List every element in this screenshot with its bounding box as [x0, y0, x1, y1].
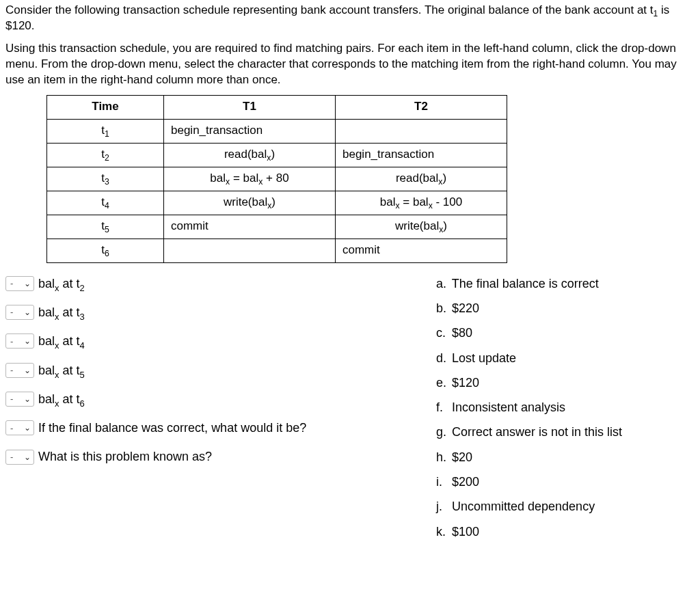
cell-t1: read(balx): [164, 143, 336, 167]
time-sub: 2: [105, 154, 109, 163]
answer-select[interactable]: - ⌄: [5, 392, 34, 407]
q-mid: at t: [59, 364, 80, 377]
op-pre: read(bal: [396, 172, 438, 185]
table-row: t3 balx = balx + 80 read(balx): [47, 167, 507, 191]
answer-letter: j.: [436, 498, 448, 515]
question-row: - ⌄ What is this problem known as?: [5, 448, 416, 465]
q-sub2: 4: [80, 340, 85, 351]
header-t2: T2: [336, 95, 507, 119]
q-pre: bal: [38, 364, 55, 377]
select-value: -: [10, 306, 13, 318]
answer-letter: g.: [436, 424, 448, 440]
cell-t1: balx = balx + 80: [164, 167, 336, 191]
answer-option: e. $120: [436, 374, 695, 391]
answer-text: Lost update: [452, 351, 516, 365]
select-value: -: [10, 451, 13, 463]
cell-t1: begin_transaction: [164, 119, 336, 143]
table-row: t5 commit write(balx): [47, 215, 507, 239]
question-label: What is this problem known as?: [38, 448, 212, 465]
questions-column: - ⌄ balx at t2 - ⌄ balx at t3: [5, 275, 416, 478]
schedule-table: Time T1 T2 t1 begin_transaction t2 read(…: [46, 95, 507, 263]
page: Consider the following transaction sched…: [0, 0, 700, 562]
chevron-down-icon: ⌄: [24, 395, 31, 403]
answer-select[interactable]: - ⌄: [5, 276, 34, 291]
cell-time: t4: [47, 191, 164, 215]
answer-text: $100: [452, 525, 479, 539]
chevron-down-icon: ⌄: [24, 337, 31, 345]
q-mid: at t: [59, 277, 80, 290]
question-row: - ⌄ balx at t4: [5, 333, 416, 349]
answer-select[interactable]: - ⌄: [5, 420, 34, 435]
question-row: - ⌄ balx at t3: [5, 304, 416, 321]
select-value: -: [10, 422, 13, 435]
header-time: Time: [47, 95, 164, 119]
time-sub: 5: [105, 226, 109, 235]
answer-select[interactable]: - ⌄: [5, 305, 34, 320]
answer-text: $200: [452, 475, 479, 489]
cell-t2: balx = balx - 100: [336, 191, 507, 215]
answer-letter: c.: [436, 325, 448, 341]
chevron-down-icon: ⌄: [24, 424, 31, 432]
cell-t1: commit: [164, 215, 336, 239]
q-sub2: 2: [80, 282, 85, 292]
chevron-down-icon: ⌄: [24, 453, 31, 461]
op-pre: bal: [380, 195, 396, 208]
time-sub: 4: [105, 202, 109, 211]
answer-option: h. $20: [436, 449, 695, 465]
answer-letter: h.: [436, 449, 448, 465]
cell-time: t2: [47, 143, 164, 167]
answer-option: d. Lost update: [436, 350, 695, 366]
answer-text: $20: [452, 450, 472, 464]
cell-time: t1: [47, 119, 164, 143]
time-sub: 1: [105, 130, 109, 139]
answer-option: k. $100: [436, 523, 695, 540]
q-pre: bal: [38, 277, 55, 290]
chevron-down-icon: ⌄: [24, 308, 31, 316]
answer-select[interactable]: - ⌄: [5, 450, 34, 465]
table-row: t4 write(balx) balx = balx - 100: [47, 191, 507, 215]
cell-time: t6: [47, 239, 164, 262]
op-pre: bal: [210, 172, 226, 185]
answer-option: g. Correct answer is not in this list: [436, 424, 695, 440]
answer-select[interactable]: - ⌄: [5, 363, 34, 378]
answer-letter: i.: [436, 474, 448, 490]
intro-paragraph-2: Using this transaction schedule, you are…: [5, 41, 695, 88]
op-pre: write(bal: [224, 195, 267, 208]
answer-letter: k.: [436, 523, 448, 540]
op-mid: = bal: [230, 172, 258, 185]
cell-t2: commit: [336, 239, 507, 262]
answer-text: $80: [452, 326, 472, 340]
chevron-down-icon: ⌄: [24, 366, 31, 374]
answer-text: Uncommitted dependency: [452, 500, 595, 513]
op-pre: read(bal: [224, 148, 267, 161]
answer-select[interactable]: - ⌄: [5, 333, 34, 349]
question-label: balx at t2: [38, 275, 85, 292]
table-row: t6 commit: [47, 239, 507, 262]
header-t1: T1: [164, 95, 336, 119]
table-header-row: Time T1 T2: [47, 95, 507, 119]
op-post: ): [442, 172, 446, 185]
answer-letter: a.: [436, 275, 448, 292]
op-post: + 80: [262, 172, 288, 185]
schedule-wrapper: Time T1 T2 t1 begin_transaction t2 read(…: [46, 95, 695, 263]
q-sub2: 3: [80, 312, 85, 322]
answer-option: j. Uncommitted dependency: [436, 498, 695, 515]
select-value: -: [10, 364, 13, 377]
select-value: -: [10, 393, 13, 405]
question-row: - ⌄ If the final balance was correct, wh…: [5, 420, 416, 436]
q-mid: at t: [59, 305, 80, 319]
op-post: ): [271, 195, 275, 208]
answer-letter: f.: [436, 399, 448, 416]
qa-area: - ⌄ balx at t2 - ⌄ balx at t3: [5, 275, 695, 548]
cell-t1: write(balx): [164, 191, 336, 215]
op-mid: = bal: [400, 195, 429, 208]
q-mid: at t: [59, 334, 80, 348]
q-sub2: 5: [80, 369, 85, 379]
select-value: -: [10, 277, 13, 290]
answer-option: f. Inconsistent analysis: [436, 399, 695, 416]
answer-text: The final balance is correct: [452, 277, 599, 290]
chevron-down-icon: ⌄: [24, 280, 31, 288]
time-sub: 6: [105, 249, 109, 259]
q-pre: bal: [38, 392, 55, 406]
question-row: - ⌄ balx at t2: [5, 275, 416, 292]
